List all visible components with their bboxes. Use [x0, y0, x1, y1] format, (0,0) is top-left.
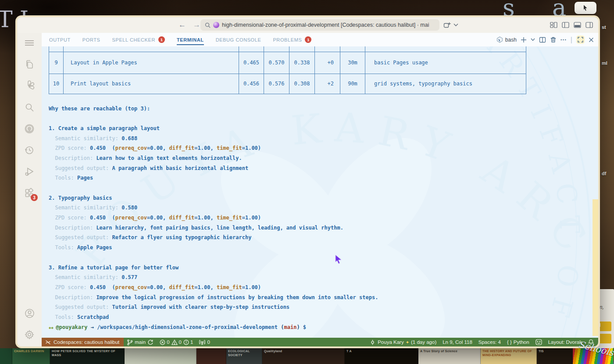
tab-problems[interactable]: PROBLEMS1: [273, 33, 311, 46]
terminal-line: 2. Typography basics: [49, 195, 598, 205]
toggle-sidebar-right-icon[interactable]: [585, 22, 593, 28]
problems-indicator[interactable]: 0 0 1: [157, 338, 196, 346]
bash-icon: [496, 36, 503, 43]
error-count: 0: [167, 339, 169, 345]
divider: |: [571, 36, 572, 44]
table-cell: 0.338: [289, 52, 315, 74]
terminal-dropdown-chevron-icon[interactable]: [531, 38, 535, 41]
terminal-line: Semantic similarity: 0.580: [49, 205, 598, 215]
run-debug-icon[interactable]: [24, 166, 35, 177]
kill-terminal-trash-icon[interactable]: [550, 36, 557, 43]
cursor-icon: [582, 4, 589, 11]
info-icon: [183, 339, 189, 345]
explorer-files-icon[interactable]: [24, 59, 35, 70]
maximize-panel-icon[interactable]: [576, 35, 585, 44]
book-spine: [196, 348, 226, 364]
radio-tower-icon: [199, 339, 205, 345]
title-bar: ← → high-dimensional-zone-of-proximal-de…: [17, 17, 598, 33]
command-center[interactable]: high-dimensional-zone-of-proximal-develo…: [200, 19, 439, 31]
terminal-line: Tools: Apple Pages: [49, 244, 598, 254]
tab-ports[interactable]: PORTS: [82, 33, 100, 46]
screenshot-tool-button[interactable]: [575, 2, 596, 14]
git-branch-icon: [127, 339, 133, 346]
table-cell: 30m: [340, 52, 365, 74]
ports-count: 0: [207, 339, 210, 345]
terminal-lines: Why these are reachable (top 3): 1. Crea…: [49, 106, 598, 334]
zpd-results-table: 9Layout in Apple Pages0.4650.5700.338+03…: [49, 46, 526, 94]
desktop-file-label[interactable]: st: [602, 25, 606, 30]
workspace-color-icon: [213, 22, 219, 28]
feedback-smiley[interactable]: [532, 339, 545, 345]
indentation-setting[interactable]: Spaces: 4: [475, 339, 504, 345]
table-cell: Layout in Apple Pages: [64, 52, 239, 74]
settings-gear-icon[interactable]: [24, 329, 35, 340]
book-spine: HOW PETER SOLVED THE MYSTERY OF MASS: [50, 348, 125, 364]
tab-spell-checker[interactable]: SPELL CHECKER1: [112, 33, 165, 46]
vscode-window: ← → high-dimensional-zone-of-proximal-de…: [15, 15, 600, 348]
terminal-line: Description: Learn hierarchy, font pairi…: [49, 225, 598, 235]
toggle-sidebar-left-icon[interactable]: [562, 22, 569, 28]
terminal-line: Tools: Pages: [49, 175, 598, 185]
language-mode[interactable]: { } Python: [504, 339, 532, 345]
terminal-line: Why these are reachable (top 3):: [49, 106, 598, 116]
terminal-line: Semantic similarity: 0.688: [49, 135, 598, 145]
terminal-line: [49, 185, 598, 195]
terminal-shell-selector[interactable]: bash: [496, 36, 517, 43]
table-row-partial: [49, 46, 526, 52]
forward-button[interactable]: →: [193, 21, 200, 29]
terminal-line: Suggested output: Refactor a flyer using…: [49, 234, 598, 244]
terminal-line: Description: Improve the logical progres…: [49, 294, 598, 304]
openai-extension-icon[interactable]: [24, 80, 35, 92]
search-icon: [205, 22, 211, 28]
terminal-panel[interactable]: POUYA KARY ARCHIVES ARTIFACT OF: [42, 46, 598, 338]
book-spine: TIS: [537, 348, 573, 364]
desktop-file-label[interactable]: df: [602, 171, 606, 176]
table-cell: 0.576: [264, 74, 289, 94]
extensions-icon[interactable]: 3: [24, 187, 35, 199]
panel-tab-bar: OUTPUT PORTS SPELL CHECKER1 TERMINAL DEB…: [42, 33, 598, 46]
book-spine: Qualityland: [262, 348, 345, 364]
new-terminal-icon[interactable]: [521, 37, 527, 43]
timeline-history-icon[interactable]: [24, 145, 35, 156]
mouse-cursor: [334, 254, 343, 264]
book-spine: THE HISTORY AND FUTURE OF MIND-EXPANDING: [481, 348, 537, 364]
table-row: 10Print layout basics0.4560.5760.308+290…: [49, 74, 526, 94]
sparkle-icon: ✦: [406, 340, 409, 345]
tab-debug-console[interactable]: DEBUG CONSOLE: [216, 33, 261, 46]
github-icon[interactable]: [24, 123, 35, 134]
menu-hamburger-icon[interactable]: [24, 37, 35, 49]
table-cell: 0.570: [264, 52, 289, 74]
account-icon[interactable]: [24, 307, 35, 319]
book-spine: CHARLES DARWIN: [12, 348, 50, 364]
activity-bar: 3: [17, 33, 42, 346]
table-cell: 0.465: [239, 52, 264, 74]
terminal-scrollbar[interactable]: [593, 199, 598, 336]
back-button[interactable]: ←: [178, 21, 186, 29]
tab-terminal[interactable]: TERMINAL: [177, 33, 204, 46]
warning-count: 0: [179, 339, 182, 345]
toggle-panel-icon[interactable]: [574, 22, 581, 28]
new-window-icon[interactable]: [443, 22, 451, 28]
spell-checker-badge: 1: [158, 36, 165, 43]
terminal-line: Tools: Scratchpad: [49, 314, 598, 324]
branch-indicator[interactable]: main: [124, 338, 157, 346]
chevron-down-icon[interactable]: [453, 23, 458, 27]
desktop-file-label[interactable]: ml: [602, 60, 607, 66]
book-spine: [125, 348, 196, 364]
remote-indicator[interactable]: Codespaces: cautious halibut: [42, 338, 124, 346]
close-panel-icon[interactable]: [589, 37, 594, 42]
cursor-position[interactable]: Ln 9, Col 118: [439, 339, 475, 345]
split-terminal-icon[interactable]: [539, 37, 546, 43]
commit-indicator[interactable]: Pouya Kary ✦ (1 day ago): [366, 339, 439, 345]
problems-badge: 1: [305, 36, 311, 43]
tab-output[interactable]: OUTPUT: [49, 33, 71, 46]
smiley-icon: [535, 339, 542, 345]
table-row: 9Layout in Apple Pages0.4650.5700.338+03…: [49, 52, 526, 74]
ports-indicator[interactable]: 0: [196, 338, 213, 346]
branch-label: main: [135, 339, 146, 345]
search-icon[interactable]: [24, 102, 35, 113]
sync-icon: [147, 339, 154, 345]
customize-layout-icon[interactable]: [550, 22, 557, 28]
more-actions-icon[interactable]: ···: [560, 36, 567, 43]
shell-label: bash: [505, 37, 517, 43]
